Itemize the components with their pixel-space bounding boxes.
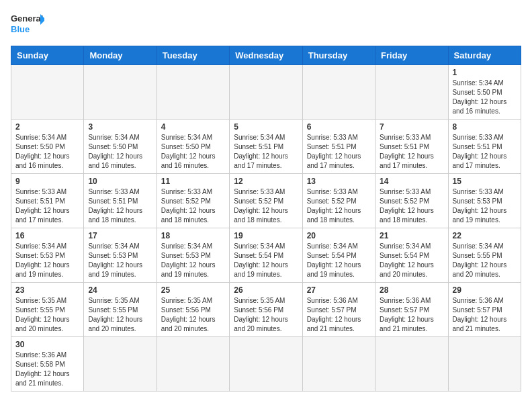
day-info: Sunrise: 5:34 AM Sunset: 5:53 PM Dayligh… <box>15 242 79 279</box>
day-info: Sunrise: 5:34 AM Sunset: 5:54 PM Dayligh… <box>380 242 443 279</box>
calendar-cell: 12Sunrise: 5:33 AM Sunset: 5:52 PM Dayli… <box>230 174 302 228</box>
day-info: Sunrise: 5:34 AM Sunset: 5:54 PM Dayligh… <box>234 242 298 279</box>
calendar-cell: 24Sunrise: 5:35 AM Sunset: 5:55 PM Dayli… <box>84 283 157 337</box>
calendar-cell <box>157 65 229 120</box>
calendar-cell: 11Sunrise: 5:33 AM Sunset: 5:52 PM Dayli… <box>157 174 229 228</box>
calendar-cell <box>448 337 521 392</box>
calendar-cell: 29Sunrise: 5:36 AM Sunset: 5:57 PM Dayli… <box>448 283 521 337</box>
day-number: 18 <box>161 231 225 240</box>
calendar-cell: 5Sunrise: 5:34 AM Sunset: 5:51 PM Daylig… <box>230 120 302 174</box>
calendar-cell <box>375 337 448 392</box>
day-info: Sunrise: 5:34 AM Sunset: 5:50 PM Dayligh… <box>161 133 225 171</box>
calendar-cell: 16Sunrise: 5:34 AM Sunset: 5:53 PM Dayli… <box>11 228 84 283</box>
day-number: 2 <box>15 122 79 132</box>
day-info: Sunrise: 5:34 AM Sunset: 5:50 PM Dayligh… <box>15 133 79 171</box>
day-number: 11 <box>161 177 225 186</box>
day-info: Sunrise: 5:33 AM Sunset: 5:52 PM Dayligh… <box>380 187 443 225</box>
day-number: 8 <box>453 122 517 132</box>
logo: General Blue <box>11 11 44 38</box>
calendar-cell: 23Sunrise: 5:35 AM Sunset: 5:55 PM Dayli… <box>11 283 84 337</box>
calendar-cell: 10Sunrise: 5:33 AM Sunset: 5:51 PM Dayli… <box>84 174 157 228</box>
calendar-cell: 28Sunrise: 5:36 AM Sunset: 5:57 PM Dayli… <box>375 283 448 337</box>
calendar-cell: 21Sunrise: 5:34 AM Sunset: 5:54 PM Dayli… <box>375 228 448 283</box>
calendar-cell <box>302 337 375 392</box>
day-info: Sunrise: 5:34 AM Sunset: 5:50 PM Dayligh… <box>88 133 152 171</box>
day-info: Sunrise: 5:33 AM Sunset: 5:51 PM Dayligh… <box>380 133 443 171</box>
calendar-cell <box>375 65 448 120</box>
day-info: Sunrise: 5:36 AM Sunset: 5:57 PM Dayligh… <box>380 296 443 334</box>
calendar-cell: 25Sunrise: 5:35 AM Sunset: 5:56 PM Dayli… <box>157 283 229 337</box>
calendar-cell: 7Sunrise: 5:33 AM Sunset: 5:51 PM Daylig… <box>375 120 448 174</box>
calendar-cell: 3Sunrise: 5:34 AM Sunset: 5:50 PM Daylig… <box>84 120 157 174</box>
calendar-cell: 6Sunrise: 5:33 AM Sunset: 5:51 PM Daylig… <box>302 120 375 174</box>
day-number: 15 <box>453 177 517 186</box>
day-info: Sunrise: 5:35 AM Sunset: 5:55 PM Dayligh… <box>88 296 152 334</box>
calendar-cell <box>84 337 157 392</box>
calendar-cell: 15Sunrise: 5:33 AM Sunset: 5:53 PM Dayli… <box>448 174 521 228</box>
day-number: 25 <box>161 285 225 295</box>
calendar-cell: 2Sunrise: 5:34 AM Sunset: 5:50 PM Daylig… <box>11 120 84 174</box>
day-info: Sunrise: 5:35 AM Sunset: 5:56 PM Dayligh… <box>234 296 298 334</box>
day-header-thursday: Thursday <box>302 46 375 65</box>
day-number: 19 <box>234 231 298 240</box>
calendar-cell: 19Sunrise: 5:34 AM Sunset: 5:54 PM Dayli… <box>230 228 302 283</box>
calendar-cell: 17Sunrise: 5:34 AM Sunset: 5:53 PM Dayli… <box>84 228 157 283</box>
day-number: 16 <box>15 231 79 240</box>
day-number: 21 <box>380 231 443 240</box>
calendar-cell <box>157 337 229 392</box>
day-header-wednesday: Wednesday <box>230 46 302 65</box>
day-number: 14 <box>380 177 443 186</box>
day-number: 26 <box>234 285 298 295</box>
day-info: Sunrise: 5:34 AM Sunset: 5:53 PM Dayligh… <box>161 242 225 279</box>
calendar-cell: 18Sunrise: 5:34 AM Sunset: 5:53 PM Dayli… <box>157 228 229 283</box>
day-number: 29 <box>453 285 517 295</box>
calendar-week-2: 2Sunrise: 5:34 AM Sunset: 5:50 PM Daylig… <box>11 120 521 174</box>
day-info: Sunrise: 5:36 AM Sunset: 5:57 PM Dayligh… <box>453 296 517 334</box>
day-number: 27 <box>307 285 371 295</box>
calendar-header-row: SundayMondayTuesdayWednesdayThursdayFrid… <box>11 46 521 65</box>
day-info: Sunrise: 5:33 AM Sunset: 5:51 PM Dayligh… <box>307 133 371 171</box>
day-info: Sunrise: 5:34 AM Sunset: 5:51 PM Dayligh… <box>234 133 298 171</box>
day-header-tuesday: Tuesday <box>157 46 229 65</box>
calendar-cell: 22Sunrise: 5:34 AM Sunset: 5:55 PM Dayli… <box>448 228 521 283</box>
calendar-cell <box>230 337 302 392</box>
day-info: Sunrise: 5:33 AM Sunset: 5:53 PM Dayligh… <box>453 187 517 225</box>
page-header: General Blue <box>11 11 521 38</box>
svg-text:Blue: Blue <box>11 24 30 34</box>
calendar-cell: 13Sunrise: 5:33 AM Sunset: 5:52 PM Dayli… <box>302 174 375 228</box>
day-number: 23 <box>15 285 79 295</box>
day-number: 17 <box>88 231 152 240</box>
day-info: Sunrise: 5:33 AM Sunset: 5:52 PM Dayligh… <box>161 187 225 225</box>
day-header-sunday: Sunday <box>11 46 84 65</box>
logo-svg: General Blue <box>11 11 44 38</box>
calendar-cell <box>230 65 302 120</box>
day-info: Sunrise: 5:33 AM Sunset: 5:51 PM Dayligh… <box>15 187 79 225</box>
calendar-week-6: 30Sunrise: 5:36 AM Sunset: 5:58 PM Dayli… <box>11 337 521 392</box>
day-number: 10 <box>88 177 152 186</box>
day-number: 9 <box>15 177 79 186</box>
day-info: Sunrise: 5:33 AM Sunset: 5:51 PM Dayligh… <box>453 133 517 171</box>
calendar-cell: 9Sunrise: 5:33 AM Sunset: 5:51 PM Daylig… <box>11 174 84 228</box>
calendar-cell: 1Sunrise: 5:34 AM Sunset: 5:50 PM Daylig… <box>448 65 521 120</box>
day-number: 13 <box>307 177 371 186</box>
day-number: 22 <box>453 231 517 240</box>
calendar-table: SundayMondayTuesdayWednesdayThursdayFrid… <box>11 46 521 392</box>
day-info: Sunrise: 5:33 AM Sunset: 5:52 PM Dayligh… <box>234 187 298 225</box>
calendar-week-1: 1Sunrise: 5:34 AM Sunset: 5:50 PM Daylig… <box>11 65 521 120</box>
calendar-cell <box>11 65 84 120</box>
calendar-week-3: 9Sunrise: 5:33 AM Sunset: 5:51 PM Daylig… <box>11 174 521 228</box>
day-info: Sunrise: 5:34 AM Sunset: 5:54 PM Dayligh… <box>307 242 371 279</box>
day-number: 1 <box>453 68 517 77</box>
day-info: Sunrise: 5:33 AM Sunset: 5:51 PM Dayligh… <box>88 187 152 225</box>
calendar-cell: 14Sunrise: 5:33 AM Sunset: 5:52 PM Dayli… <box>375 174 448 228</box>
day-info: Sunrise: 5:36 AM Sunset: 5:57 PM Dayligh… <box>307 296 371 334</box>
calendar-cell: 27Sunrise: 5:36 AM Sunset: 5:57 PM Dayli… <box>302 283 375 337</box>
day-info: Sunrise: 5:34 AM Sunset: 5:50 PM Dayligh… <box>453 79 517 116</box>
day-number: 6 <box>307 122 371 132</box>
day-number: 4 <box>161 122 225 132</box>
day-number: 20 <box>307 231 371 240</box>
calendar-cell: 8Sunrise: 5:33 AM Sunset: 5:51 PM Daylig… <box>448 120 521 174</box>
calendar-cell <box>302 65 375 120</box>
day-header-saturday: Saturday <box>448 46 521 65</box>
calendar-week-5: 23Sunrise: 5:35 AM Sunset: 5:55 PM Dayli… <box>11 283 521 337</box>
